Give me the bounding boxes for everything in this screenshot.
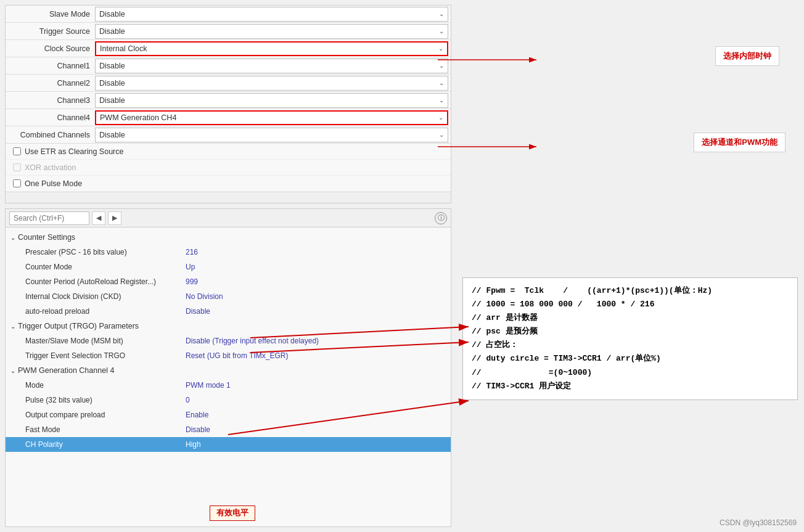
code-text-8: // TIM3->CCR1 用户设定 xyxy=(472,380,571,393)
slave-mode-value: Disable xyxy=(99,10,125,18)
fast-mode-value: Disable xyxy=(186,425,210,434)
code-text-1: // Fpwm = Tclk / ((arr+1)*(psc+1))(单位：Hz… xyxy=(472,284,712,298)
trigger-source-select[interactable]: Disable ⌄ xyxy=(95,24,448,39)
msm-value: Disable (Trigger input effect not delaye… xyxy=(186,337,319,345)
slave-mode-arrow: ⌄ xyxy=(439,10,444,17)
code-text-6: // duty circle = TIM3->CCR1 / arr(单位%) xyxy=(472,352,661,366)
pwm-mode-row: Mode PWM mode 1 xyxy=(6,378,451,393)
counter-chevron: ⌄ xyxy=(10,234,15,241)
settings-panel: ◀ ▶ ⓘ ⌄ Counter Settings Prescaler (PSC … xyxy=(5,208,451,527)
combined-channels-arrow: ⌄ xyxy=(439,131,444,138)
channel2-row: Channel2 Disable ⌄ xyxy=(6,75,451,92)
trgo-header[interactable]: ⌄ Trigger Output (TRGO) Parameters xyxy=(6,319,451,334)
code-line-3: // arr 是计数器 xyxy=(472,311,789,325)
code-text-4: // psc 是预分频 xyxy=(472,325,538,338)
search-bar: ◀ ▶ ⓘ xyxy=(6,209,451,227)
ch-polarity-name: CH Polarity xyxy=(25,440,186,449)
counter-period-value: 999 xyxy=(186,277,198,286)
etr-label: Use ETR as Clearing Source xyxy=(25,147,123,156)
ch-polarity-row[interactable]: CH Polarity High xyxy=(6,437,451,452)
clock-annotation: 选择内部时钟 xyxy=(715,46,779,66)
combined-channels-value: Disable xyxy=(99,131,125,139)
counter-settings-label: Counter Settings xyxy=(18,233,75,242)
trgo-event-value: Reset (UG bit from TIMx_EGR) xyxy=(186,351,288,360)
search-input[interactable] xyxy=(9,211,89,225)
pwm-mode-value: PWM mode 1 xyxy=(186,381,231,390)
channel4-select[interactable]: PWM Generation CH4 ⌄ xyxy=(95,110,448,125)
right-panel: 选择内部时钟 选择通道和PWM功能 // Fpwm = Tclk / ((arr… xyxy=(456,0,804,532)
trigger-source-arrow: ⌄ xyxy=(439,28,444,35)
xor-checkbox[interactable] xyxy=(13,163,21,171)
oc-preload-row: Output compare preload Enable xyxy=(6,407,451,422)
code-line-5: // 占空比： xyxy=(472,338,789,352)
channel3-select[interactable]: Disable ⌄ xyxy=(95,93,448,108)
channel1-row: Channel1 Disable ⌄ xyxy=(6,57,451,75)
channel3-label: Channel3 xyxy=(6,96,95,105)
channel2-select[interactable]: Disable ⌄ xyxy=(95,76,448,91)
channel1-select[interactable]: Disable ⌄ xyxy=(95,59,448,73)
pulse-label: One Pulse Mode xyxy=(25,179,82,188)
channel4-value: PWM Generation CH4 xyxy=(100,113,176,122)
trgo-label: Trigger Output (TRGO) Parameters xyxy=(18,322,139,330)
code-line-1: // Fpwm = Tclk / ((arr+1)*(psc+1))(单位：Hz… xyxy=(472,284,789,298)
etr-checkbox[interactable] xyxy=(13,147,21,155)
code-text-5: // 占空比： xyxy=(472,338,518,352)
channel3-row: Channel3 Disable ⌄ xyxy=(6,92,451,109)
pwm-mode-name: Mode xyxy=(25,381,186,390)
channel1-arrow: ⌄ xyxy=(439,62,444,69)
clock-source-arrow: ⌄ xyxy=(438,45,443,52)
counter-period-row: Counter Period (AutoReload Register...) … xyxy=(6,274,451,289)
clock-source-select[interactable]: Internal Clock ⌄ xyxy=(95,41,448,56)
code-line-2: // 1000 = 108 000 000 / 1000 * / 216 xyxy=(472,298,789,311)
ch-polarity-value: High xyxy=(186,440,201,449)
clock-source-row: Clock Source Internal Clock ⌄ xyxy=(6,40,451,57)
ckd-row: Internal Clock Division (CKD) No Divisio… xyxy=(6,289,451,304)
counter-settings-header[interactable]: ⌄ Counter Settings xyxy=(6,230,451,245)
ckd-value: No Division xyxy=(186,292,223,301)
code-line-4: // psc 是预分频 xyxy=(472,325,789,338)
fast-mode-name: Fast Mode xyxy=(25,425,186,434)
ckd-name: Internal Clock Division (CKD) xyxy=(25,292,186,301)
pwm-ch4-header[interactable]: ⌄ PWM Generation Channel 4 xyxy=(6,363,451,378)
fast-mode-row: Fast Mode Disable xyxy=(6,422,451,437)
msm-name: Master/Slave Mode (MSM bit) xyxy=(25,337,186,345)
next-btn[interactable]: ▶ xyxy=(108,211,121,225)
oc-preload-value: Enable xyxy=(186,411,208,419)
slave-mode-row: Slave Mode Disable ⌄ xyxy=(6,6,451,23)
combined-channels-row: Combined Channels Disable ⌄ xyxy=(6,126,451,144)
trigger-source-row: Trigger Source Disable ⌄ xyxy=(6,23,451,40)
counter-mode-name: Counter Mode xyxy=(25,263,186,271)
channel1-label: Channel1 xyxy=(6,62,95,70)
info-btn[interactable]: ⓘ xyxy=(435,212,447,224)
bottom-fade xyxy=(6,192,451,203)
config-table: Slave Mode Disable ⌄ Trigger Source Disa… xyxy=(5,5,451,203)
pulse-value: 0 xyxy=(186,396,190,404)
code-line-7: // =(0~1000) xyxy=(472,366,789,380)
msm-row: Master/Slave Mode (MSM bit) Disable (Tri… xyxy=(6,334,451,348)
trgo-event-name: Trigger Event Selection TRGO xyxy=(25,351,186,360)
trgo-event-row: Trigger Event Selection TRGO Reset (UG b… xyxy=(6,348,451,363)
watermark: CSDN @lyq308152569 xyxy=(720,518,797,527)
trigger-source-label: Trigger Source xyxy=(6,27,95,36)
pulse-row: Pulse (32 bits value) 0 xyxy=(6,393,451,407)
pulse-checkbox-row: One Pulse Mode xyxy=(6,176,451,192)
trigger-source-value: Disable xyxy=(99,27,125,36)
slave-mode-label: Slave Mode xyxy=(6,10,95,18)
channel2-label: Channel2 xyxy=(6,79,95,88)
channel3-arrow: ⌄ xyxy=(439,97,444,104)
pulse-checkbox[interactable] xyxy=(13,179,21,187)
code-line-6: // duty circle = TIM3->CCR1 / arr(单位%) xyxy=(472,352,789,366)
xor-checkbox-row: XOR activation xyxy=(6,160,451,176)
combined-channels-label: Combined Channels xyxy=(6,131,95,139)
oc-preload-name: Output compare preload xyxy=(25,411,186,419)
channel4-arrow: ⌄ xyxy=(438,114,443,121)
channel4-row: Channel4 PWM Generation CH4 ⌄ xyxy=(6,109,451,126)
pwm-chevron: ⌄ xyxy=(10,367,15,374)
pwm-ch4-label: PWM Generation Channel 4 xyxy=(18,366,114,375)
prescaler-value: 216 xyxy=(186,248,198,256)
xor-label: XOR activation xyxy=(25,163,76,172)
prev-btn[interactable]: ◀ xyxy=(92,211,105,225)
combined-channels-select[interactable]: Disable ⌄ xyxy=(95,128,448,142)
prescaler-name: Prescaler (PSC - 16 bits value) xyxy=(25,248,186,256)
slave-mode-select[interactable]: Disable ⌄ xyxy=(95,7,448,22)
